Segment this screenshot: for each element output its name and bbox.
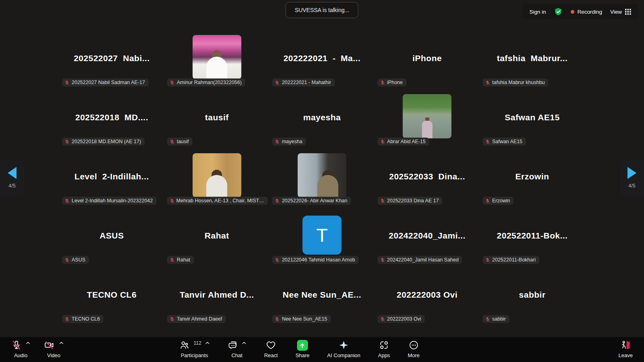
gallery-prev-button[interactable]: 4/5 [0, 159, 24, 196]
participant-tile[interactable]: 202522011-Bok...202522011-Bokhari [480, 207, 585, 266]
chat-icon [227, 340, 238, 350]
participant-tile[interactable]: RahatRahat [164, 207, 269, 266]
participant-tile[interactable]: T202122046 Tahmid Hasan Arnob [269, 207, 374, 266]
participant-photo [297, 153, 346, 197]
participant-tile[interactable]: 202222021 - Ma...202222021 - Mahathir [269, 29, 374, 88]
participant-tile[interactable]: 202522027 Nabi...202522027 Nabil Sadman … [59, 29, 164, 88]
participant-label-text: 202522026- Abir Anwar Khan [282, 198, 347, 204]
participant-display-name: Rahat [164, 230, 269, 240]
mic-muted-icon [64, 80, 70, 85]
react-button[interactable]: React [264, 337, 278, 362]
zoom-meeting-window: SUVESSA is talking... Sign in Recording … [0, 0, 644, 362]
participants-button[interactable]: 112 Participants [179, 337, 210, 362]
participant-label-text: Level 2-Indillah Mursalin-202322042 [72, 198, 153, 204]
recording-label: Recording [577, 9, 602, 15]
participant-name-label: 202222021 - Mahathir [272, 78, 334, 86]
ai-companion-label: AI Companion [327, 352, 360, 358]
leave-button[interactable]: Leave [619, 337, 633, 362]
page-indicator: 4/5 [628, 183, 635, 189]
participant-name-label: mayesha [272, 138, 306, 146]
participant-tile[interactable]: Tanvir Ahmed D...Tanvir Ahmed Daeef [164, 266, 269, 325]
participant-name-label: iPhone [378, 78, 407, 86]
more-ellipsis-icon [409, 340, 419, 350]
chat-options-chevron[interactable] [242, 341, 246, 345]
participant-tile[interactable]: ErzowinErzowin [480, 148, 585, 207]
participant-display-name: 202222003 Ovi [375, 290, 480, 299]
participant-tile[interactable]: TECNO CL6TECNO CL6 [59, 266, 164, 325]
grid-view-icon [625, 9, 631, 15]
mic-muted-icon [169, 317, 175, 322]
participant-label-text: 202522011-Bokhari [492, 257, 536, 263]
participant-name-label: Tanvir Ahmed Daeef [167, 315, 226, 323]
participant-name-label: 202522027 Nabil Sadman AE-17 [62, 78, 149, 86]
meeting-toolbar: Audio Video [0, 337, 644, 362]
video-label: Video [47, 352, 60, 358]
apps-button[interactable]: Apps [378, 337, 390, 362]
mic-muted-icon [485, 80, 490, 85]
active-speaker-text: SUVESSA is talking... [295, 7, 349, 13]
participants-options-chevron[interactable] [205, 341, 210, 345]
mic-muted-icon [169, 257, 175, 263]
mic-muted-icon [275, 80, 280, 85]
mic-muted-icon [169, 198, 174, 204]
mic-muted-icon [275, 198, 280, 204]
participant-label-text: sabbir [492, 316, 506, 322]
participant-photo [192, 153, 241, 197]
participant-tile[interactable]: Safwan AE15Safwan AE15 [480, 88, 585, 148]
participant-tile[interactable]: mayeshamayesha [269, 88, 374, 148]
participant-tile[interactable]: ASUSASUS [59, 207, 164, 266]
participant-name-label: Rahat [167, 256, 194, 264]
mic-muted-icon [64, 198, 70, 204]
participant-display-name: Tanvir Ahmed D... [164, 290, 269, 299]
participant-tile[interactable]: 202522026- Abir Anwar Khan [269, 148, 374, 207]
participant-name-label: tausif [167, 138, 192, 146]
participant-tile[interactable]: 202522018 MD....202522018 MD.EMON (AE 17… [59, 88, 164, 148]
participant-label-text: Erzowin [492, 198, 510, 204]
participant-tile[interactable]: tafshia Mabrur...tafshia Mabrur khushbu [480, 29, 585, 88]
participant-tile[interactable]: Mehrab Hossen, AE-13 , Chair, MIST Stu..… [164, 148, 269, 207]
participant-name-label: 202222003 Ovi [378, 315, 425, 323]
participant-display-name: TECNO CL6 [59, 290, 164, 299]
participant-tile[interactable]: Nee Nee Sun_AE...Nee Nee Sun_AE15 [269, 266, 374, 325]
view-button[interactable]: View [610, 9, 631, 15]
sign-in-button[interactable]: Sign in [529, 9, 546, 15]
chat-button[interactable]: Chat [227, 337, 246, 362]
participant-label-text: 202222003 Ovi [387, 316, 421, 322]
participant-label-text: TECNO CL6 [72, 316, 100, 322]
participant-label-text: 202422040_Jamil Hasan Sahed [387, 257, 459, 263]
participant-tile[interactable]: iPhoneiPhone [375, 29, 480, 88]
participant-tile[interactable]: 202222003 Ovi202222003 Ovi [375, 266, 480, 325]
ai-companion-button[interactable]: AI Companion [327, 337, 360, 362]
top-bar: SUVESSA is talking... Sign in Recording … [0, 0, 644, 23]
video-options-chevron[interactable] [59, 341, 64, 345]
participant-tile[interactable]: 202422040_Jami...202422040_Jamil Hasan S… [375, 207, 480, 266]
participant-name-label: sabbir [483, 315, 510, 323]
participant-name-label: TECNO CL6 [62, 315, 103, 323]
participant-tile[interactable]: Aminur Rahman(202322056) [164, 29, 269, 88]
video-button[interactable]: Video [44, 337, 64, 362]
mic-muted-icon [380, 198, 385, 204]
gallery-next-button[interactable]: 4/5 [620, 159, 644, 196]
participant-tile[interactable]: Abrar Abid AE-15 [375, 88, 480, 148]
audio-button[interactable]: Audio [11, 337, 30, 362]
security-shield-icon[interactable] [554, 7, 563, 16]
participant-tile[interactable]: sabbirsabbir [480, 266, 585, 325]
participant-photo [403, 94, 452, 138]
participant-tile[interactable]: tausiftausif [164, 88, 269, 148]
participant-tile[interactable]: 202522033 Dina...202522033 Dina AE 17 [375, 148, 480, 207]
participant-label-text: Safwan AE15 [492, 139, 522, 144]
mic-muted-icon [275, 139, 280, 144]
participant-display-name: tafshia Mabrur... [480, 53, 585, 63]
participant-tile[interactable]: Level 2-Indillah...Level 2-Indillah Murs… [59, 148, 164, 207]
mic-muted-icon [380, 80, 385, 85]
more-button[interactable]: More [408, 337, 420, 362]
participant-display-name: tausif [164, 112, 269, 122]
participant-display-name: 202522011-Bok... [480, 230, 585, 240]
audio-options-chevron[interactable] [26, 341, 30, 345]
participant-display-name: Nee Nee Sun_AE... [269, 290, 374, 299]
participant-display-name: ASUS [59, 230, 164, 240]
participant-name-label: 202422040_Jamil Hasan Sahed [378, 256, 462, 264]
participant-name-label: Level 2-Indillah Mursalin-202322042 [62, 197, 157, 205]
share-button[interactable]: Share [295, 337, 310, 362]
react-label: React [264, 352, 278, 358]
